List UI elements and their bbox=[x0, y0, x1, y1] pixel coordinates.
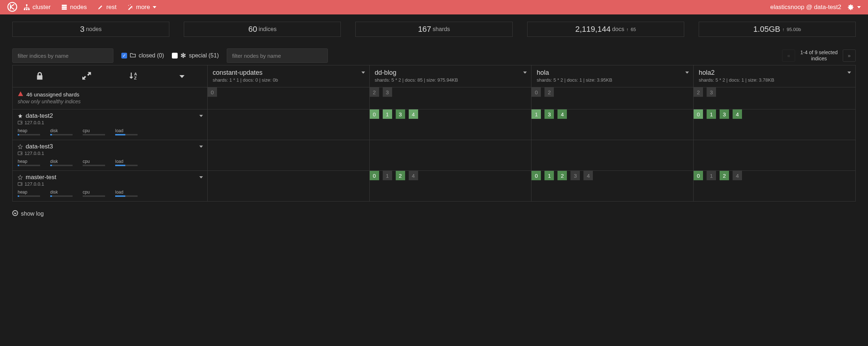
node-cell[interactable]: data-test2127.0.0.1heapdiskcpuload bbox=[13, 109, 207, 140]
shard-box[interactable]: 4 bbox=[409, 171, 418, 180]
closed-checkbox[interactable]: closed (0) bbox=[121, 52, 164, 59]
shard-box[interactable]: 0 bbox=[694, 109, 703, 119]
node-row: data-test2127.0.0.1heapdiskcpuload013413… bbox=[13, 109, 856, 140]
node-stat-heap: heap bbox=[18, 128, 40, 135]
shard-box[interactable]: 4 bbox=[409, 109, 418, 119]
node-cell[interactable]: master-test127.0.0.1heapdiskcpuload bbox=[13, 171, 207, 201]
nav-nodes[interactable]: nodes bbox=[61, 4, 87, 11]
shard-box[interactable]: 0 bbox=[370, 109, 379, 119]
index-header[interactable]: dd-blogshards: 5 * 2 | docs: 85 | size: … bbox=[370, 65, 531, 87]
index-menu-button[interactable] bbox=[845, 69, 851, 75]
shard-box[interactable]: 2 bbox=[544, 87, 554, 97]
index-menu-button[interactable] bbox=[359, 69, 365, 75]
shard-box[interactable]: 4 bbox=[733, 171, 742, 180]
chevron-down-icon bbox=[857, 6, 861, 8]
shard-box[interactable]: 2 bbox=[370, 87, 379, 97]
node-menu-button[interactable] bbox=[196, 143, 203, 149]
unhealthy-hint[interactable]: show only unhealthy indices bbox=[18, 99, 202, 104]
stat-size[interactable]: 1.05GB ↑ 95.00b bbox=[699, 22, 856, 37]
grid-menu-button[interactable] bbox=[177, 73, 185, 79]
node-row: master-test127.0.0.1heapdiskcpuload01240… bbox=[13, 171, 856, 202]
index-menu-button[interactable] bbox=[520, 69, 527, 75]
pager-next-button[interactable]: » bbox=[843, 49, 856, 62]
nav-rest[interactable]: rest bbox=[97, 4, 116, 11]
shard-box[interactable]: 3 bbox=[383, 87, 392, 97]
star-icon bbox=[18, 175, 23, 180]
sitemap-icon bbox=[24, 4, 30, 10]
shard-box[interactable]: 0 bbox=[694, 171, 703, 180]
shard-grid: AZ constant-updatesshards: 1 * 1 | docs:… bbox=[12, 65, 856, 202]
stat-shards[interactable]: 167 shards bbox=[355, 22, 512, 37]
shard-box[interactable]: 3 bbox=[544, 109, 554, 119]
pager-prev-button[interactable]: « bbox=[782, 49, 795, 62]
shard-box[interactable]: 3 bbox=[707, 87, 716, 97]
brand-logo[interactable] bbox=[7, 2, 17, 13]
node-ip: 127.0.0.1 bbox=[18, 181, 202, 187]
shard-box[interactable]: 1 bbox=[383, 171, 392, 180]
shard-box[interactable]: 1 bbox=[707, 109, 716, 119]
unassigned-text[interactable]: 46 unassigned shards bbox=[18, 91, 202, 98]
node-name: data-test3 bbox=[18, 143, 202, 150]
stat-indices-label: indices bbox=[259, 26, 277, 33]
node-stat-disk: disk bbox=[50, 159, 73, 166]
shard-cell: 01234 bbox=[531, 171, 694, 202]
shard-box[interactable]: 0 bbox=[531, 87, 541, 97]
index-header[interactable]: hola2shards: 5 * 2 | docs: 1 | size: 3.7… bbox=[694, 65, 855, 87]
node-row: data-test3127.0.0.1heapdiskcpuload bbox=[13, 140, 856, 171]
stat-indices[interactable]: 60 indices bbox=[184, 22, 341, 37]
shard-cell: 0124 bbox=[369, 171, 531, 202]
index-meta: shards: 1 * 1 | docs: 0 | size: 0b bbox=[213, 77, 364, 83]
shard-box[interactable]: 1 bbox=[531, 109, 541, 119]
shard-box[interactable]: 4 bbox=[583, 171, 593, 180]
stat-nodes[interactable]: 3 nodes bbox=[12, 22, 169, 37]
special-checkbox[interactable]: ✻ special (51) bbox=[172, 52, 219, 60]
index-header[interactable]: constant-updatesshards: 1 * 1 | docs: 0 … bbox=[208, 65, 369, 87]
node-menu-button[interactable] bbox=[196, 174, 203, 180]
shard-box[interactable]: 2 bbox=[396, 171, 405, 180]
index-name: hola2 bbox=[699, 69, 850, 77]
shard-box[interactable]: 0 bbox=[208, 87, 217, 97]
shard-box[interactable]: 1 bbox=[707, 171, 716, 180]
shard-box[interactable]: 1 bbox=[383, 109, 392, 119]
filter-indices-input[interactable] bbox=[12, 48, 113, 63]
node-stat-disk: disk bbox=[50, 128, 73, 135]
shard-box[interactable]: 2 bbox=[557, 171, 567, 180]
index-menu-button[interactable] bbox=[682, 69, 689, 75]
nav-cluster[interactable]: cluster bbox=[24, 4, 51, 11]
shard-box[interactable]: 0 bbox=[370, 171, 379, 180]
show-log-button[interactable]: show log bbox=[12, 210, 856, 217]
settings-button[interactable] bbox=[848, 4, 861, 10]
node-stat-load: load bbox=[115, 190, 138, 197]
shard-box[interactable]: 3 bbox=[720, 109, 729, 119]
nav-more[interactable]: more bbox=[127, 4, 157, 11]
svg-rect-2 bbox=[24, 9, 25, 10]
node-stats: heapdiskcpuload bbox=[18, 190, 202, 197]
node-stat-cpu: cpu bbox=[83, 159, 105, 166]
shard-box[interactable]: 4 bbox=[733, 109, 742, 119]
shard-box[interactable]: 3 bbox=[570, 171, 580, 180]
node-name: master-test bbox=[18, 174, 202, 181]
shard-box[interactable]: 0 bbox=[531, 171, 541, 180]
shard-cell: 134 bbox=[531, 109, 694, 140]
node-cell[interactable]: data-test3127.0.0.1heapdiskcpuload bbox=[13, 140, 207, 170]
shard-box[interactable]: 2 bbox=[694, 87, 703, 97]
shard-cell: 0134 bbox=[369, 109, 531, 140]
index-meta: shards: 5 * 2 | docs: 1 | size: 3.78KB bbox=[699, 77, 850, 83]
shard-cell: 0124 bbox=[694, 171, 856, 202]
stat-docs[interactable]: 2,119,144 docs ↑ 65 bbox=[527, 22, 684, 37]
filter-nodes-input[interactable] bbox=[227, 48, 328, 63]
shard-box[interactable]: 2 bbox=[720, 171, 729, 180]
node-menu-button[interactable] bbox=[196, 112, 203, 118]
stat-nodes-label: nodes bbox=[86, 26, 102, 33]
index-header[interactable]: holashards: 5 * 2 | docs: 1 | size: 3.95… bbox=[531, 65, 693, 87]
lock-icon[interactable] bbox=[35, 72, 44, 81]
nav-user-area: elasticsnoop @ data-test2 bbox=[770, 4, 861, 11]
svg-point-9 bbox=[132, 8, 133, 8]
sort-az-icon[interactable]: AZ bbox=[129, 71, 138, 82]
shard-box[interactable]: 3 bbox=[396, 109, 405, 119]
expand-icon[interactable] bbox=[82, 72, 91, 81]
pager-text: 1-4 of 9 selected indices bbox=[800, 49, 838, 62]
shard-box[interactable]: 1 bbox=[544, 171, 554, 180]
svg-rect-5 bbox=[62, 5, 67, 6]
shard-box[interactable]: 4 bbox=[557, 109, 567, 119]
